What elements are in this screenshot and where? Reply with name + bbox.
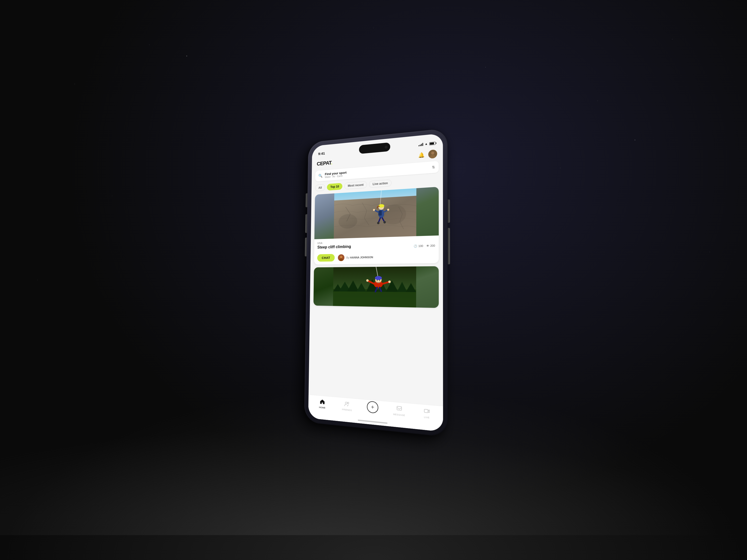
header-icons: 🔔	[418, 149, 437, 160]
volume-down-button[interactable]	[305, 238, 307, 257]
signal-bar-4	[422, 143, 423, 146]
friends-icon	[344, 401, 350, 408]
svg-point-34	[379, 280, 380, 281]
nav-add[interactable]: +	[360, 403, 386, 415]
status-time: 9:41	[318, 151, 325, 156]
phone-device: 9:41 ▲ CEPAT. 🔔	[304, 128, 448, 437]
camera-dot	[385, 146, 387, 149]
svg-rect-9	[378, 211, 382, 216]
author-avatar	[338, 254, 344, 261]
search-icon: 🔍	[318, 174, 323, 178]
stat-likes: 🕐 100	[414, 244, 423, 248]
svg-point-32	[375, 276, 382, 280]
app-logo: CEPAT.	[317, 160, 332, 167]
nav-friends-label: FRIENDS	[342, 408, 352, 412]
svg-point-31	[375, 276, 382, 283]
battery-tip	[436, 142, 436, 144]
nav-message-label: MESSAGE	[393, 413, 405, 417]
svg-line-28	[383, 282, 389, 284]
svg-point-30	[388, 281, 391, 283]
tab-live-action[interactable]: Live action	[369, 180, 392, 188]
nav-message[interactable]: MESSAGE	[386, 404, 413, 418]
bell-icon[interactable]: 🔔	[418, 152, 425, 158]
sport-card-1: USA Steep cliff climbing 🕐 100 👁	[314, 187, 439, 264]
heart-icon: 🕐	[414, 244, 418, 248]
phone-screen: 9:41 ▲ CEPAT. 🔔	[308, 133, 443, 432]
svg-point-37	[345, 402, 347, 404]
svg-line-35	[376, 288, 377, 292]
svg-rect-40	[424, 409, 428, 412]
svg-point-33	[377, 280, 378, 281]
signal-bar-3	[421, 143, 422, 146]
signal-bar-2	[420, 144, 420, 146]
app-content: CEPAT. 🔔 🔍 Find your sport	[308, 146, 443, 432]
chat-button[interactable]: CHAT	[317, 254, 335, 262]
live-icon	[424, 408, 430, 416]
sport-card-2	[313, 266, 439, 308]
author-prefix: By	[346, 256, 349, 259]
nav-live-label: LIVE	[424, 416, 430, 419]
svg-line-36	[380, 288, 381, 291]
eye-icon: 👁	[426, 244, 429, 247]
signal-bar-1	[418, 145, 419, 146]
tab-all[interactable]: All	[315, 184, 325, 191]
volume-up-button[interactable]	[305, 214, 307, 233]
card-image-bungee	[313, 266, 439, 308]
logo-accent: .	[331, 160, 332, 165]
message-icon	[396, 405, 402, 412]
tab-most-recent[interactable]: Most recent	[344, 181, 367, 189]
nav-friends[interactable]: FRIENDS	[334, 400, 360, 412]
signal-icon	[418, 143, 423, 146]
home-bar	[358, 419, 387, 424]
action-button[interactable]	[448, 228, 450, 264]
card-stats-1: 🕐 100 👁 200	[414, 244, 435, 248]
user-avatar[interactable]	[428, 149, 437, 159]
nav-live[interactable]: LIVE	[413, 407, 441, 420]
svg-point-19	[383, 221, 386, 223]
card-title-1: Steep cliff climbing	[317, 244, 351, 250]
svg-point-26	[374, 281, 383, 288]
nav-home-label: HOME	[319, 406, 326, 409]
svg-point-29	[366, 279, 369, 282]
svg-point-15	[387, 209, 389, 211]
silent-switch[interactable]	[306, 193, 308, 207]
power-button[interactable]	[448, 199, 450, 223]
likes-count: 100	[418, 244, 423, 248]
svg-line-25	[376, 267, 379, 279]
wifi-icon: ▲	[425, 142, 428, 146]
scroll-content: USA Steep cliff climbing 🕐 100 👁	[309, 186, 443, 406]
svg-point-38	[347, 402, 349, 404]
card-image-climbing	[314, 187, 439, 239]
svg-rect-24	[333, 289, 416, 308]
